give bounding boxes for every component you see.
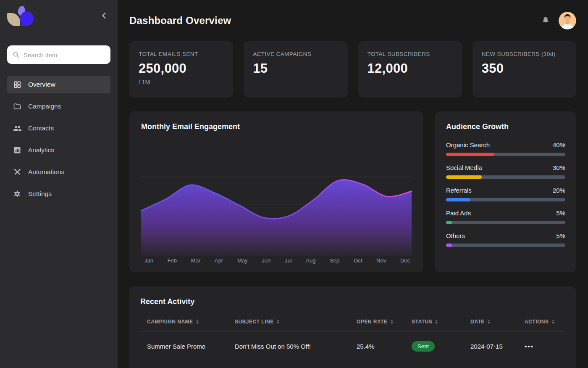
logo-leaf-shape xyxy=(7,13,20,26)
column-header-open-rate[interactable]: OPEN RATE xyxy=(350,319,405,325)
audience-row-referrals: Referrals20% xyxy=(446,187,565,201)
month-label: Dec xyxy=(400,257,410,264)
column-header-actions[interactable]: ACTIONS xyxy=(518,319,565,325)
table-row: Summer Sale Promo Don't Miss Out on 50% … xyxy=(140,331,565,361)
month-label: Jul xyxy=(285,257,292,264)
column-header-status[interactable]: STATUS xyxy=(405,319,464,325)
top-bar-actions xyxy=(541,12,576,29)
sort-icon xyxy=(552,320,554,324)
cell-subject-line: Don't Miss Out on 50% Off! xyxy=(228,343,350,350)
status-badge: Sent xyxy=(412,341,435,352)
sidebar-item-automations[interactable]: Automations xyxy=(7,163,110,181)
bar-chart-icon xyxy=(13,146,22,155)
column-header-subject-line[interactable]: SUBJECT LINE xyxy=(228,319,350,325)
progress-track xyxy=(446,221,565,224)
grid-icon xyxy=(13,80,22,89)
audience-label: Paid Ads xyxy=(446,209,471,217)
sort-icon xyxy=(277,320,279,324)
audience-label: Social Media xyxy=(446,164,482,171)
sidebar-item-label: Campaigns xyxy=(28,103,61,110)
audience-label: Referrals xyxy=(446,187,472,194)
progress-fill xyxy=(446,153,494,156)
sidebar-item-analytics[interactable]: Analytics xyxy=(7,141,110,159)
activity-title: Recent Activity xyxy=(140,297,565,306)
sort-icon xyxy=(391,320,393,324)
month-label: Jan xyxy=(144,257,153,264)
chart-x-labels: JanFebMarAprMayJunJulAugSepOctNovDec xyxy=(139,257,413,264)
audience-label: Organic Search xyxy=(446,141,490,148)
month-label: Aug xyxy=(306,257,315,264)
sort-icon xyxy=(435,320,438,324)
search-icon xyxy=(12,51,20,58)
progress-track xyxy=(446,153,565,156)
month-label: Oct xyxy=(354,257,362,264)
audience-percent: 5% xyxy=(556,232,565,239)
more-actions-icon[interactable]: ••• xyxy=(525,343,534,350)
main-content: Dashboard Overview xyxy=(118,0,588,368)
audience-row-others: Others5% xyxy=(446,232,565,247)
cell-campaign-name: Summer Sale Promo xyxy=(140,343,228,350)
stat-card-total-subscribers: TOTAL SUBSCRIBERS 12,000 xyxy=(358,41,462,98)
month-label: Mar xyxy=(191,257,200,264)
folder-icon xyxy=(13,102,22,111)
recent-activity-card: Recent Activity CAMPAIGN NAME SUBJECT LI… xyxy=(129,286,576,368)
column-header-campaign-name[interactable]: CAMPAIGN NAME xyxy=(140,319,228,325)
user-avatar[interactable] xyxy=(559,12,576,29)
progress-fill xyxy=(446,175,482,179)
notifications-button[interactable] xyxy=(541,16,550,26)
sidebar: Overview Campaigns Contacts Analytics Au… xyxy=(0,0,118,368)
tools-icon xyxy=(13,167,22,177)
progress-fill xyxy=(446,221,452,224)
table-header: CAMPAIGN NAME SUBJECT LINE OPEN RATE STA… xyxy=(140,319,565,325)
top-bar: Dashboard Overview xyxy=(129,0,576,29)
stat-value: 250,000 xyxy=(139,61,224,76)
stat-value: 350 xyxy=(482,61,567,76)
sort-icon xyxy=(196,320,199,324)
stat-label: NEW SUBSCRIBERS (30d) xyxy=(482,51,567,57)
month-label: Jun xyxy=(262,257,270,264)
sort-icon xyxy=(488,320,490,324)
audience-percent: 40% xyxy=(553,141,565,148)
sidebar-item-contacts[interactable]: Contacts xyxy=(7,119,110,137)
cell-open-rate: 25.4% xyxy=(350,343,405,350)
sidebar-item-label: Contacts xyxy=(28,124,54,132)
month-label: Apr xyxy=(215,257,223,264)
audience-row-organic-search: Organic Search40% xyxy=(446,141,565,156)
sidebar-item-campaigns[interactable]: Campaigns xyxy=(7,98,110,115)
audience-title: Audience Growth xyxy=(446,122,565,131)
sidebar-collapse-button[interactable] xyxy=(99,11,108,20)
audience-rows: Organic Search40% Social Media30% Referr… xyxy=(446,141,565,247)
cell-date: 2024-07-15 xyxy=(464,343,518,350)
sidebar-search xyxy=(7,45,110,64)
page-title: Dashboard Overview xyxy=(129,15,231,26)
stat-subtext: / 1M xyxy=(139,79,224,85)
gear-icon xyxy=(13,189,22,199)
sidebar-item-label: Analytics xyxy=(28,146,54,154)
stat-label: ACTIVE CAMPAIGNS xyxy=(253,51,338,57)
stat-card-active-campaigns: ACTIVE CAMPAIGNS 15 xyxy=(244,41,347,98)
audience-percent: 30% xyxy=(553,164,565,171)
column-header-date[interactable]: DATE xyxy=(464,319,518,325)
sidebar-item-overview[interactable]: Overview xyxy=(7,76,110,93)
chart-area-fill xyxy=(141,180,412,256)
engagement-area-chart xyxy=(139,161,413,256)
sidebar-nav: Overview Campaigns Contacts Analytics Au… xyxy=(7,76,110,203)
sidebar-item-settings[interactable]: Settings xyxy=(7,185,110,203)
month-label: Nov xyxy=(376,257,386,264)
audience-row-social-media: Social Media30% xyxy=(446,164,565,179)
engagement-chart-card: Monthly Email Engagement JanFebMarAprMay… xyxy=(129,111,423,272)
middle-row: Monthly Email Engagement JanFebMarAprMay… xyxy=(129,111,576,272)
stat-label: TOTAL SUBSCRIBERS xyxy=(368,51,453,57)
audience-percent: 5% xyxy=(556,209,565,217)
bell-icon xyxy=(541,16,550,26)
progress-track xyxy=(446,175,565,179)
sidebar-item-label: Automations xyxy=(28,168,64,176)
search-input[interactable] xyxy=(24,51,107,58)
sidebar-item-label: Overview xyxy=(28,81,55,88)
chart-title: Monthly Email Engagement xyxy=(139,122,413,131)
progress-track xyxy=(446,198,565,201)
sidebar-item-label: Settings xyxy=(28,190,52,198)
month-label: May xyxy=(237,257,248,264)
chevron-left-icon xyxy=(101,12,106,19)
audience-row-paid-ads: Paid Ads5% xyxy=(446,209,565,224)
